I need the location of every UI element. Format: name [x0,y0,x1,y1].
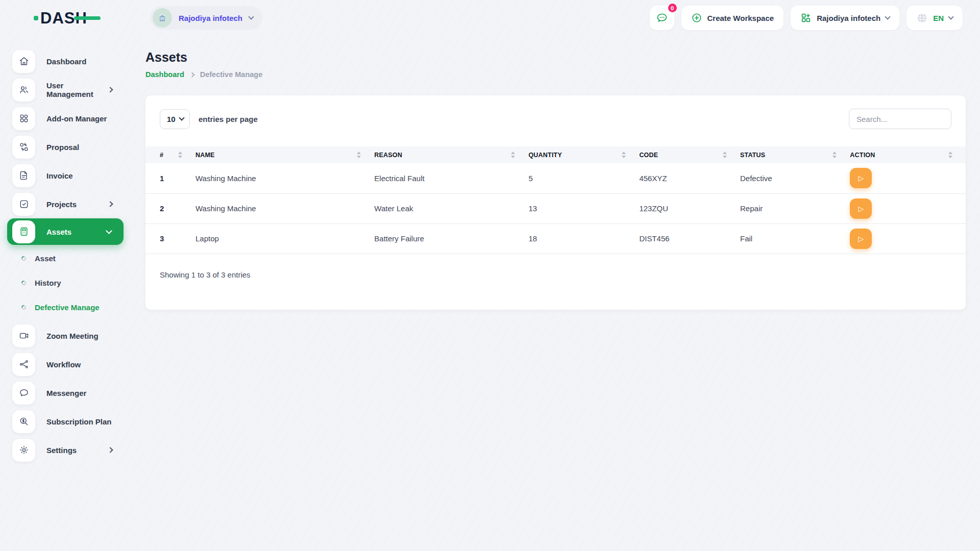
sidebar-item-zoom-meeting[interactable]: Zoom Meeting [0,321,131,350]
globe-icon [916,12,928,24]
topbar-actions: 0 Create Workspace Rajodiya infotech EN [650,6,963,30]
column-header-code[interactable]: CODE [639,146,740,163]
grid-plus-icon [800,12,812,23]
language-dropdown[interactable]: EN [906,6,963,30]
column-label: NAME [195,152,215,159]
cell-name: Laptop [195,223,374,254]
sidebar-item-label: Add-on Manager [46,114,107,123]
row-action-button[interactable]: ▷ [850,198,872,219]
cell-name: Washing Machine [195,163,374,193]
table-row: 2 Washing Machine Water Leak 13 123ZQU R… [145,193,966,223]
chevron-right-icon [107,447,113,453]
language-code: EN [933,14,944,22]
column-header-name[interactable]: NAME [195,146,374,163]
table-row: 3 Laptop Battery Failure 18 DIST456 Fail… [145,223,966,254]
circle-bullet-icon [20,255,27,262]
video-camera-icon [12,324,35,347]
sidebar-item-invoice[interactable]: Invoice [0,161,131,190]
column-label: # [160,152,163,159]
chevron-down-icon [948,14,953,19]
cell-quantity: 5 [528,163,639,193]
entries-per-page-value: 10 [167,115,176,123]
search-input[interactable] [849,109,951,129]
sort-icon [723,152,727,158]
chevron-down-icon [248,14,254,19]
notifications-button[interactable]: 0 [650,6,674,30]
column-header-status[interactable]: STATUS [740,146,850,163]
sidebar-item-addon-manager[interactable]: Add-on Manager [0,104,131,133]
share-branch-icon [12,353,35,376]
sidebar: DASH Dashboard User Management Add-on Ma… [0,0,131,551]
sidebar-item-user-management[interactable]: User Management [0,76,131,104]
cell-index: 2 [145,193,195,223]
cell-code: 456XYZ [639,163,740,193]
breadcrumb-dashboard-link[interactable]: Dashboard [145,70,184,79]
cell-status: Fail [740,223,850,254]
workspace-avatar [153,8,172,28]
entries-per-page-select[interactable]: 10 [160,109,190,129]
search-dollar-icon [12,410,35,433]
sidebar-subitem-history[interactable]: History [0,270,131,295]
gear-icon [12,439,35,462]
sort-icon [511,152,515,158]
sidebar-item-dashboard[interactable]: Dashboard [0,47,131,76]
workspace-name: Rajodiya infotech [179,14,242,22]
sidebar-item-assets[interactable]: Assets [7,218,124,245]
company-name: Rajodiya infotech [817,14,880,22]
sidebar-item-label: Subscription Plan [46,417,112,426]
circle-bullet-icon [20,280,27,286]
column-label: QUANTITY [528,152,562,159]
sidebar-item-workflow[interactable]: Workflow [0,350,131,379]
workspace-selector[interactable]: Rajodiya infotech [150,6,262,30]
chat-bubble-icon [12,382,35,405]
chevron-down-icon [179,115,184,120]
sort-icon [948,152,952,158]
chevron-down-icon [106,228,112,234]
column-header-index[interactable]: # [145,146,195,163]
cell-index: 3 [145,223,195,254]
grid-icon [12,107,35,130]
users-icon [12,79,35,102]
caret-right-icon: ▷ [858,174,864,182]
assets-submenu: Asset History Defective Manage [0,245,131,321]
create-workspace-button[interactable]: Create Workspace [681,6,784,30]
cell-status: Repair [740,193,850,223]
sidebar-item-projects[interactable]: Projects [0,190,131,218]
table-controls: 10 entries per page [145,109,966,129]
sidebar-item-label: Messenger [46,389,86,397]
company-dropdown[interactable]: Rajodiya infotech [791,6,899,30]
column-header-action[interactable]: ACTION [850,146,966,163]
sidebar-item-proposal[interactable]: Proposal [0,133,131,161]
sidebar-item-settings[interactable]: Settings [0,436,131,464]
column-header-reason[interactable]: REASON [374,146,528,163]
cell-code: DIST456 [639,223,740,254]
row-action-button[interactable]: ▷ [850,168,872,188]
topbar: Rajodiya infotech 0 Create Workspace Raj… [131,0,980,36]
sidebar-subitem-defective-manage[interactable]: Defective Manage [0,295,131,319]
sidebar-subitem-label: Asset [35,254,56,263]
chevron-right-icon [107,201,113,207]
sidebar-item-label: Assets [46,228,71,236]
sidebar-item-subscription-plan[interactable]: Subscription Plan [0,407,131,436]
document-icon [12,164,35,187]
swap-icon [12,136,35,159]
cell-name: Washing Machine [195,193,374,223]
sidebar-item-label: Settings [46,446,77,455]
entries-per-page-label: entries per page [199,115,258,123]
logo-dash-icon [74,16,101,20]
column-header-quantity[interactable]: QUANTITY [528,146,639,163]
row-action-button[interactable]: ▷ [850,229,872,249]
cell-reason: Battery Failure [374,223,528,254]
cell-quantity: 13 [528,193,639,223]
sidebar-menu: Dashboard User Management Add-on Manager… [0,47,131,464]
sort-icon [622,152,626,158]
plus-circle-icon [691,12,702,23]
sort-icon [357,152,361,158]
table-summary: Showing 1 to 3 of 3 entries [145,254,966,279]
logo-area[interactable]: DASH [0,0,131,36]
sidebar-subitem-asset[interactable]: Asset [0,246,131,270]
dash-logo: DASH [34,10,87,26]
breadcrumb-current: Defective Manage [200,70,263,79]
sidebar-item-messenger[interactable]: Messenger [0,379,131,407]
sort-icon [832,152,837,158]
